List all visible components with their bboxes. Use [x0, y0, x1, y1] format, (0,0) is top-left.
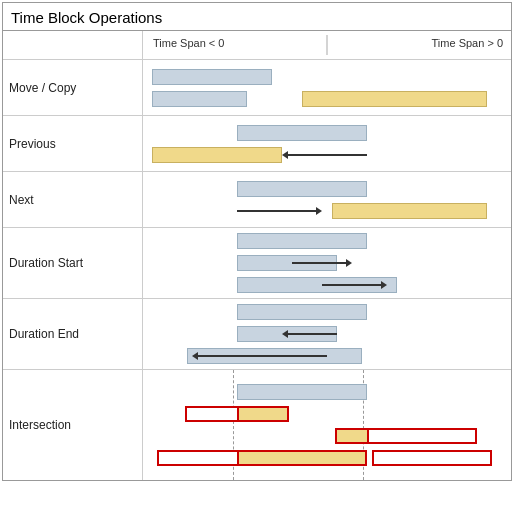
diagram-duration-start	[143, 228, 511, 298]
mc-blue-block-top	[152, 69, 272, 85]
mc-blue-block-bottom	[152, 91, 247, 107]
header-divider	[327, 35, 328, 55]
prev-row2	[147, 146, 507, 164]
int-blue-top	[237, 384, 367, 400]
diagram-duration-end	[143, 299, 511, 369]
label-duration-end: Duration End	[3, 299, 143, 369]
ds-arrow-mid	[292, 262, 347, 264]
row-duration-end: Duration End	[3, 299, 511, 370]
int-row2	[147, 405, 507, 423]
diagram-previous	[143, 116, 511, 171]
int-white-red-4	[372, 450, 492, 466]
header-row: Time Span < 0 Time Span > 0	[3, 31, 511, 60]
row-previous: Previous	[3, 116, 511, 172]
header-left-label: Time Span < 0	[153, 37, 224, 49]
mc-gold-block	[302, 91, 487, 107]
row-intersection: Intersection	[3, 370, 511, 480]
int-gold-red-1	[237, 406, 289, 422]
next-row2	[147, 202, 507, 220]
label-move-copy: Move / Copy	[3, 60, 143, 115]
de-row2	[147, 325, 507, 343]
next-blue-top	[237, 181, 367, 197]
row-move-copy: Move / Copy	[3, 60, 511, 116]
ds-row2	[147, 254, 507, 272]
page-title: Time Block Operations	[3, 3, 511, 31]
header-label-empty	[3, 31, 143, 59]
prev-row1	[147, 124, 507, 142]
int-row3	[147, 427, 507, 445]
int-white-red-2	[367, 428, 477, 444]
ds-row3	[147, 276, 507, 294]
de-row1	[147, 303, 507, 321]
move-copy-row2	[147, 90, 507, 108]
prev-blue-top	[237, 125, 367, 141]
ds-arrow-bot	[322, 284, 382, 286]
int-gold-red-3	[237, 450, 367, 466]
prev-arrow	[287, 154, 367, 156]
next-arrow	[237, 210, 317, 212]
header-diagram: Time Span < 0 Time Span > 0	[143, 31, 511, 59]
main-container: Time Block Operations Time Span < 0 Time…	[2, 2, 512, 481]
label-next: Next	[3, 172, 143, 227]
label-duration-start: Duration Start	[3, 228, 143, 298]
move-copy-row1	[147, 68, 507, 86]
ds-row1	[147, 232, 507, 250]
label-intersection: Intersection	[3, 370, 143, 480]
de-arrow-bot	[197, 355, 327, 357]
prev-gold	[152, 147, 282, 163]
row-duration-start: Duration Start	[3, 228, 511, 299]
row-next: Next	[3, 172, 511, 228]
int-row4	[147, 449, 507, 467]
diagram-intersection	[143, 370, 511, 480]
diagram-next	[143, 172, 511, 227]
header-right-label: Time Span > 0	[432, 37, 503, 49]
int-row1	[147, 383, 507, 401]
next-gold	[332, 203, 487, 219]
de-blue-top	[237, 304, 367, 320]
next-row1	[147, 180, 507, 198]
ds-blue-top	[237, 233, 367, 249]
label-previous: Previous	[3, 116, 143, 171]
de-arrow-mid	[287, 333, 337, 335]
diagram-move-copy	[143, 60, 511, 115]
de-row3	[147, 347, 507, 365]
